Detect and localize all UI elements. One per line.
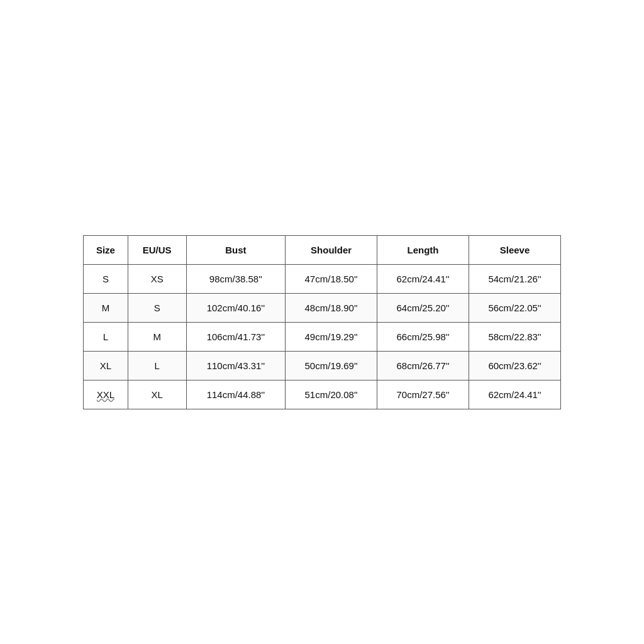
cell-sleeve: 54cm/21.26'' <box>469 264 561 293</box>
table-row: XLL110cm/43.31''50cm/19.69''68cm/26.77''… <box>84 351 561 380</box>
cell-sleeve: 56cm/22.05'' <box>469 293 561 322</box>
size-chart-container: Size EU/US Bust Shoulder Length Sleeve S… <box>83 235 561 409</box>
header-length: Length <box>377 235 469 264</box>
cell-eu-us: L <box>128 351 186 380</box>
cell-shoulder: 50cm/19.69'' <box>286 351 377 380</box>
table-row: LM106cm/41.73''49cm/19.29''66cm/25.98''5… <box>84 322 561 351</box>
cell-sleeve: 58cm/22.83'' <box>469 322 561 351</box>
cell-size: XL <box>84 351 128 380</box>
cell-shoulder: 49cm/19.29'' <box>286 322 377 351</box>
table-header-row: Size EU/US Bust Shoulder Length Sleeve <box>84 235 561 264</box>
cell-eu-us: S <box>128 293 186 322</box>
cell-size: S <box>84 264 128 293</box>
cell-bust: 114cm/44.88'' <box>186 380 286 409</box>
cell-shoulder: 47cm/18.50'' <box>286 264 377 293</box>
cell-length: 62cm/24.41'' <box>377 264 469 293</box>
cell-eu-us: XS <box>128 264 186 293</box>
table-row: SXS98cm/38.58''47cm/18.50''62cm/24.41''5… <box>84 264 561 293</box>
table-row: XXLXL114cm/44.88''51cm/20.08''70cm/27.56… <box>84 380 561 409</box>
cell-size: L <box>84 322 128 351</box>
cell-eu-us: M <box>128 322 186 351</box>
cell-length: 66cm/25.98'' <box>377 322 469 351</box>
cell-sleeve: 60cm/23.62'' <box>469 351 561 380</box>
cell-shoulder: 51cm/20.08'' <box>286 380 377 409</box>
cell-shoulder: 48cm/18.90'' <box>286 293 377 322</box>
cell-length: 68cm/26.77'' <box>377 351 469 380</box>
table-row: MS102cm/40.16''48cm/18.90''64cm/25.20''5… <box>84 293 561 322</box>
header-size: Size <box>84 235 128 264</box>
size-chart-table: Size EU/US Bust Shoulder Length Sleeve S… <box>83 235 561 409</box>
cell-eu-us: XL <box>128 380 186 409</box>
cell-size: M <box>84 293 128 322</box>
cell-bust: 98cm/38.58'' <box>186 264 286 293</box>
header-shoulder: Shoulder <box>286 235 377 264</box>
cell-sleeve: 62cm/24.41'' <box>469 380 561 409</box>
cell-bust: 110cm/43.31'' <box>186 351 286 380</box>
cell-size: XXL <box>84 380 128 409</box>
cell-bust: 102cm/40.16'' <box>186 293 286 322</box>
cell-bust: 106cm/41.73'' <box>186 322 286 351</box>
cell-length: 70cm/27.56'' <box>377 380 469 409</box>
cell-length: 64cm/25.20'' <box>377 293 469 322</box>
header-eu-us: EU/US <box>128 235 186 264</box>
header-sleeve: Sleeve <box>469 235 561 264</box>
header-bust: Bust <box>186 235 286 264</box>
